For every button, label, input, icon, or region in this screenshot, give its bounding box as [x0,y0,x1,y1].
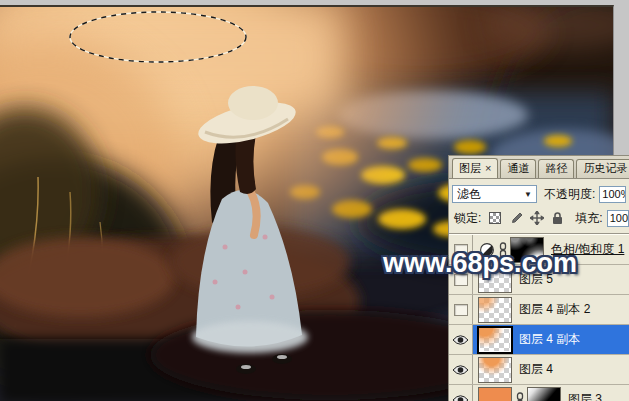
blend-mode-select[interactable]: 滤色 ▼ [452,185,537,203]
layer-row-layer4[interactable]: 图层 4 [449,355,629,385]
eye-icon [452,394,469,401]
layer-mask-thumbnail[interactable] [527,387,561,401]
link-chain-icon [515,391,524,401]
visibility-toggle[interactable] [449,325,473,354]
tab-paths[interactable]: 路径 [538,159,574,178]
eye-empty-box [454,304,468,316]
tab-channels[interactable]: 通道 [500,159,536,178]
layer-row-layer4-copy2[interactable]: 图层 4 副本 2 [449,295,629,325]
panel-tabstrip: 图层 × 通道 路径 历史记录 [449,156,629,179]
tab-history[interactable]: 历史记录 [576,159,629,178]
blend-mode-value: 滤色 [457,186,481,203]
chevron-down-icon: ▼ [524,190,532,199]
fill-input[interactable]: 100% [607,210,629,227]
layer-name[interactable]: 图层 4 副本 2 [519,301,590,318]
layer-thumbnail[interactable] [478,327,512,353]
eye-icon [452,334,469,346]
layer-name[interactable]: 图层 3 [568,391,602,401]
layer-row-layer4-copy[interactable]: 图层 4 副本 [449,325,629,355]
eye-icon [452,364,469,376]
lock-all-padlock-icon[interactable] [550,211,565,226]
tab-history-label: 历史记录 [583,161,627,176]
tab-layers-label: 图层 [459,161,481,176]
visibility-toggle[interactable] [449,355,473,384]
fill-label: 填充: [575,210,602,227]
layer-row-layer3[interactable]: 图层 3 [449,385,629,401]
lock-transparency-icon[interactable] [487,211,502,226]
visibility-toggle[interactable] [449,295,473,324]
tab-close-icon[interactable]: × [485,163,491,174]
opacity-input[interactable]: 100% [599,186,626,203]
layer-thumbnail[interactable] [478,357,512,383]
lock-paint-brush-icon[interactable] [508,211,523,226]
layer-thumbnail[interactable] [478,297,512,323]
watermark-text: www.68ps.com [383,248,577,279]
layer-thumbnail[interactable] [478,387,512,401]
tab-paths-label: 路径 [545,161,567,176]
lock-position-move-icon[interactable] [529,211,544,226]
lock-label: 锁定: [454,210,481,227]
layer-name[interactable]: 图层 4 副本 [519,331,580,348]
layer-name[interactable]: 图层 4 [519,361,553,378]
tab-channels-label: 通道 [507,161,529,176]
tab-layers[interactable]: 图层 × [452,158,498,179]
opacity-label: 不透明度: [544,186,595,203]
visibility-toggle[interactable] [449,385,473,401]
